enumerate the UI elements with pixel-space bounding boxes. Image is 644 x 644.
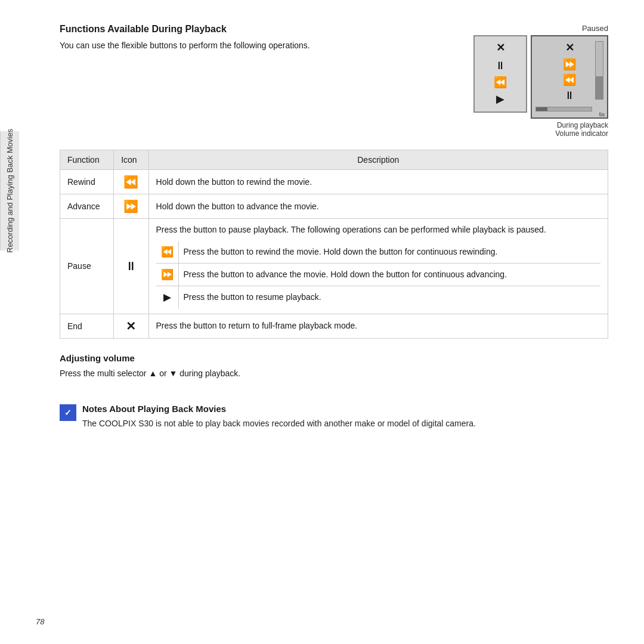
play-icon-mockup: ▶ xyxy=(496,94,504,104)
icon-pause: ⏸ xyxy=(114,219,148,314)
function-advance: Advance xyxy=(60,194,114,219)
volume-fill xyxy=(596,76,603,99)
table-header-function: Function xyxy=(60,150,114,170)
table-row: Rewind ⏪ Hold down the button to rewind … xyxy=(60,170,608,194)
pause-icon-mockup: ⏸ xyxy=(495,60,506,71)
progress-bar xyxy=(535,107,592,112)
nested-row: ▶ Press the button to resume playback. xyxy=(156,286,600,309)
playback-screen-mockup: ✕ ⏩ ⏪ ⏸ xyxy=(531,35,608,119)
or-text: or xyxy=(159,369,166,378)
up-arrow-icon: ▲ xyxy=(148,369,159,378)
notes-checkmark-icon: ✓ xyxy=(60,404,76,421)
volume-indicator-label: Volume indicator xyxy=(555,129,608,138)
desc-advance: Hold down the button to advance the movi… xyxy=(148,194,608,219)
nested-desc-play: Press the button to resume playback. xyxy=(178,286,600,309)
notes-content: Notes About Playing Back Movies The COOL… xyxy=(82,404,476,430)
section-description: You can use the flexible buttons to perf… xyxy=(60,39,462,52)
paused-screen-mockup: ✕ ⏸ ⏪ ▶ xyxy=(473,35,527,113)
adjusting-prefix: Press the multi selector xyxy=(60,369,147,378)
function-end: End xyxy=(60,314,114,338)
function-table: Function Icon Description Rewind ⏪ Hold … xyxy=(60,150,608,339)
down-arrow-icon: ▼ xyxy=(169,369,179,378)
nested-row: ⏩ Press the button to advance the movie.… xyxy=(156,264,600,286)
paused-label: Paused xyxy=(582,24,608,33)
nested-desc-advance: Press the button to advance the movie. H… xyxy=(178,264,600,286)
nested-icon-advance: ⏩ xyxy=(156,264,179,286)
notes-description: The COOLPIX S30 is not able to play back… xyxy=(82,417,476,430)
time-label: 5s xyxy=(599,112,605,117)
nested-table: ⏪ Press the button to rewind the movie. … xyxy=(156,241,600,309)
adjusting-desc: Press the multi selector ▲ or ▼ during p… xyxy=(60,367,608,380)
desc-pause-top: Press the button to pause playback. The … xyxy=(148,219,608,314)
page-number: 78 xyxy=(36,617,44,626)
table-row: Advance ⏩ Hold down the button to advanc… xyxy=(60,194,608,219)
nested-row: ⏪ Press the button to rewind the movie. … xyxy=(156,241,600,264)
during-playback-label: During playback xyxy=(557,121,608,129)
desc-end: Press the button to return to full-frame… xyxy=(148,314,608,338)
icon-end: ✕ xyxy=(114,314,148,338)
advance-icon-right-mockup: ⏩ xyxy=(563,59,576,70)
close-icon-right-mockup: ✕ xyxy=(565,41,574,54)
checkmark-text: ✓ xyxy=(64,408,72,417)
notes-title: Notes About Playing Back Movies xyxy=(82,404,476,414)
function-pause: Pause xyxy=(60,219,114,314)
pause-description-top: Press the button to pause playback. The … xyxy=(156,224,600,236)
nested-icon-rewind: ⏪ xyxy=(156,241,179,264)
pause-icon-right-mockup: ⏸ xyxy=(564,90,575,101)
function-rewind: Rewind xyxy=(60,170,114,194)
icon-advance: ⏩ xyxy=(114,194,148,219)
close-icon-mockup: ✕ xyxy=(496,41,505,54)
adjusting-volume-section: Adjusting volume Press the multi selecto… xyxy=(60,353,608,380)
volume-bar xyxy=(595,41,603,100)
nested-icon-play: ▶ xyxy=(156,286,179,309)
icon-rewind: ⏪ xyxy=(114,170,148,194)
desc-rewind: Hold down the button to rewind the movie… xyxy=(148,170,608,194)
nested-desc-rewind: Press the button to rewind the movie. Ho… xyxy=(178,241,600,264)
progress-fill xyxy=(536,107,547,111)
table-header-icon: Icon xyxy=(114,150,148,170)
table-header-description: Description xyxy=(148,150,608,170)
section-title: Functions Available During Playback xyxy=(60,24,462,35)
notes-section: ✓ Notes About Playing Back Movies The CO… xyxy=(60,404,608,430)
adjusting-suffix: during playback. xyxy=(179,369,240,378)
rewind-icon-right-mockup: ⏪ xyxy=(563,75,576,85)
table-row-pause: Pause ⏸ Press the button to pause playba… xyxy=(60,219,608,314)
table-row: End ✕ Press the button to return to full… xyxy=(60,314,608,338)
adjusting-title: Adjusting volume xyxy=(60,353,608,363)
rewind-icon-mockup: ⏪ xyxy=(494,77,507,88)
